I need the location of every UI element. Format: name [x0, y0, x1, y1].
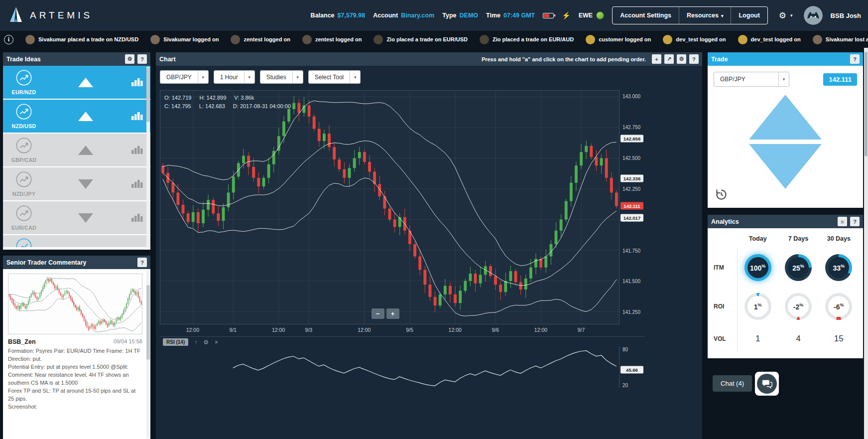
power-bolt-icon: ⚡ [562, 11, 570, 19]
brand-name: ARTEMIS [30, 10, 93, 21]
trade-idea-item[interactable]: NZD/JPY [3, 167, 150, 200]
user-avatar [302, 35, 312, 44]
rsi-expand-icon[interactable]: ↑ [194, 339, 197, 346]
bar-chart-icon[interactable] [131, 144, 143, 156]
ticker-item[interactable]: Sivakumar logged on [150, 35, 219, 44]
commentary-help-button[interactable]: ? [137, 258, 147, 267]
time-axis[interactable]: 12:009/112:009/312:009/512:009/612:009/7 [160, 324, 619, 336]
rsi-chart[interactable] [160, 346, 619, 388]
user-name: BSB Josh [831, 12, 861, 19]
chevron-down-icon: ▾ [292, 71, 303, 83]
chart-help-button[interactable]: ? [689, 54, 699, 64]
price-axis[interactable]: 143.000142.750142.500142.250142.000141.7… [619, 90, 645, 324]
ticker-item[interactable]: zentest logged on [231, 35, 290, 44]
brand-logo[interactable]: ARTEMIS [7, 6, 93, 25]
account-stat: AccountBinary.com [373, 12, 434, 19]
trade-idea-item[interactable] [3, 235, 150, 247]
commentary-line: Screenshot: [8, 403, 142, 411]
trade-help-button[interactable]: ? [850, 54, 860, 64]
trade-idea-item[interactable]: EUR/CAD [3, 201, 150, 234]
ticker-item[interactable]: Zio placed a trade on EUR/AUD [480, 35, 574, 44]
chevron-down-icon: ▾ [721, 13, 724, 18]
user-avatar [813, 35, 822, 44]
studies-select[interactable]: Studies▾ [260, 70, 303, 84]
balance-stat: Balance$7,579.98 [311, 12, 366, 19]
ticker-item[interactable]: zentest logged on [302, 35, 362, 44]
user-avatar [480, 35, 489, 44]
scrollbar[interactable] [146, 270, 150, 438]
zoom-in-button[interactable]: + [386, 308, 399, 319]
commentary-timestamp: 09/04 15:58 [114, 338, 142, 345]
trade-idea-item[interactable]: EUR/NZD [3, 66, 150, 99]
ohlc-legend: O: 142.719H: 142.899V: 3.86k C: 142.795L… [164, 94, 299, 111]
ticker-item[interactable]: Zio placed a trade on EUR/USD [373, 35, 468, 44]
commentary-chart-thumbnail[interactable] [8, 274, 142, 334]
rsi-settings-gear-icon[interactable]: ⚙ [203, 339, 209, 346]
ticker-item[interactable]: Sivakumar lost a trade placed on NZD/USD [813, 35, 868, 44]
add-order-button[interactable]: + [652, 54, 661, 64]
trade-ideas-help-button[interactable]: ? [137, 54, 147, 64]
bar-chart-icon[interactable] [131, 110, 143, 122]
price-chart[interactable]: O: 142.719H: 142.899V: 3.86k C: 142.795L… [160, 90, 619, 324]
direction-down-icon [78, 213, 93, 223]
ticker-item[interactable]: dev_test logged on [663, 35, 726, 44]
vol-30days-value: 15 [834, 334, 844, 344]
pair-label: GBP/CAD [11, 157, 37, 163]
scrollbar[interactable] [146, 67, 150, 249]
symbol-select[interactable]: GBP/JPY▾ [160, 70, 209, 84]
chevron-down-icon: ▾ [244, 71, 254, 83]
user-avatar[interactable] [804, 6, 823, 25]
chat-icon[interactable] [757, 374, 777, 394]
ticker-item[interactable]: dev_test logged on [738, 35, 801, 44]
panel-title: Chart [159, 56, 176, 63]
list-icon[interactable]: ≡ [838, 217, 847, 226]
user-avatar [586, 35, 595, 44]
trade-history-icon[interactable] [715, 188, 728, 203]
itm-7days-gauge: 25% [785, 254, 812, 281]
pair-chart-icon [15, 137, 32, 156]
rsi-label[interactable]: RSI (14) [163, 338, 188, 346]
info-icon[interactable]: i [4, 35, 13, 44]
time-stat: Time07:49 GMT [486, 12, 535, 19]
chart-settings-gear-button[interactable]: ⚙ [677, 54, 686, 64]
trade-symbol-select[interactable]: GBP/JPY▾ [714, 72, 789, 87]
rsi-close-icon[interactable]: × [215, 339, 218, 346]
page-scrollbar[interactable] [864, 48, 868, 439]
chart-panel: Chart Press and hold "a" and click on th… [156, 52, 702, 439]
ticker-item[interactable]: customer logged on [586, 35, 651, 44]
account-type-stat: TypeDEMO [442, 12, 478, 19]
interval-select[interactable]: 1 Hour▾ [214, 70, 255, 84]
trade-panel: Trade ? GBP/JPY▾ 142.111 [708, 52, 863, 208]
bar-chart-icon[interactable] [131, 76, 143, 88]
bar-chart-icon[interactable] [131, 178, 143, 190]
row-label: VOL [711, 326, 738, 352]
column-header: 30 Days [827, 235, 851, 242]
screen: ARTEMIS Balance$7,579.98 AccountBinary.c… [0, 0, 868, 439]
chat-button[interactable]: Chat (4) [713, 375, 752, 392]
ticker-item[interactable]: Sivakumar placed a trade on NZD/USD [25, 35, 138, 44]
zoom-out-button[interactable]: − [372, 308, 384, 319]
analytics-help-button[interactable]: ? [850, 217, 860, 226]
popout-icon[interactable]: ↗ [664, 54, 674, 64]
column-header: Today [749, 235, 767, 242]
settings-gear-button[interactable]: ⚙▾ [776, 10, 796, 21]
user-avatar [373, 35, 383, 44]
logout-button[interactable]: Logout [731, 7, 767, 24]
resources-button[interactable]: Resources▾ [679, 7, 731, 24]
trade-ideas-gear-button[interactable]: ⚙ [125, 54, 134, 64]
vol-7days-value: 4 [796, 334, 800, 344]
put-down-button[interactable] [749, 144, 822, 189]
trade-idea-item[interactable]: GBP/CAD [3, 134, 150, 166]
chart-toolbar: GBP/JPY▾ 1 Hour▾ Studies▾ Select Tool▾ [156, 66, 702, 88]
commentary-author: BSB_Zen [8, 338, 36, 345]
bar-chart-icon[interactable] [131, 212, 143, 224]
chart-hint: Press and hold "a" and click on the char… [482, 56, 646, 62]
itm-30days-gauge: 33% [825, 254, 852, 281]
panel-title: Analytics [711, 218, 739, 225]
account-settings-button[interactable]: Account Settings [613, 7, 679, 24]
call-up-button[interactable] [749, 95, 822, 140]
trade-idea-item[interactable]: NZD/USD [3, 100, 150, 133]
connection-status: EWE [579, 11, 604, 19]
roi-today-gauge: 1% [744, 293, 771, 320]
tool-select[interactable]: Select Tool▾ [308, 70, 361, 84]
